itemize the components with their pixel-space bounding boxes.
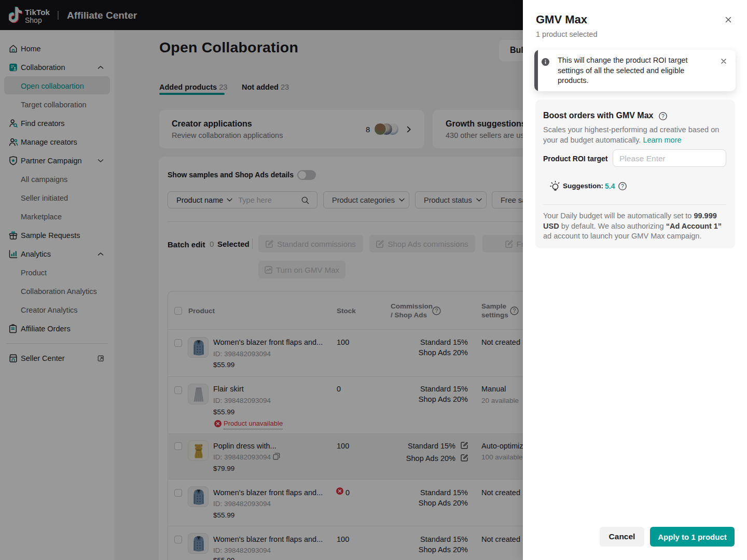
svg-text:?: ? — [621, 183, 624, 189]
svg-text:?: ? — [661, 113, 665, 119]
